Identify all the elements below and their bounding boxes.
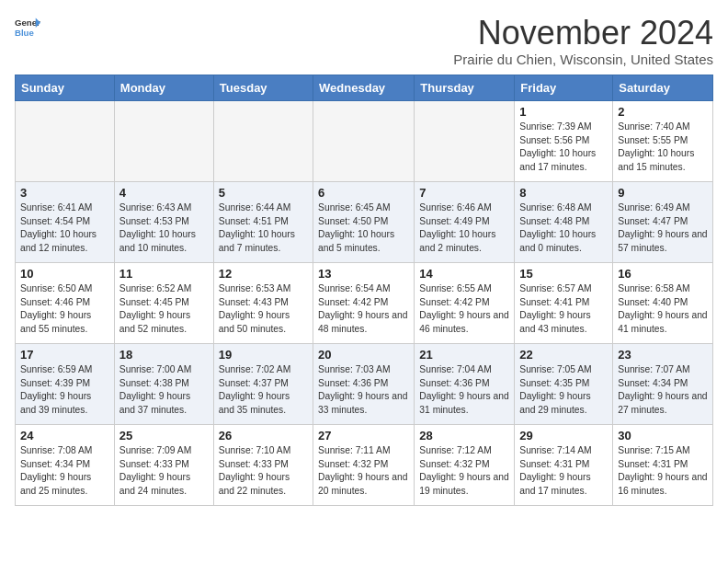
table-row: 12Sunrise: 6:53 AM Sunset: 4:43 PM Dayli… xyxy=(213,262,313,343)
day-info: Sunrise: 7:15 AM Sunset: 4:31 PM Dayligh… xyxy=(618,444,708,500)
day-number: 3 xyxy=(20,186,109,200)
calendar-week-row: 10Sunrise: 6:50 AM Sunset: 4:46 PM Dayli… xyxy=(16,262,713,343)
table-row: 26Sunrise: 7:10 AM Sunset: 4:33 PM Dayli… xyxy=(213,424,313,505)
page-header: General Blue November 2024 Prairie du Ch… xyxy=(15,15,713,67)
day-number: 2 xyxy=(618,105,708,119)
day-info: Sunrise: 6:43 AM Sunset: 4:53 PM Dayligh… xyxy=(119,201,209,257)
svg-text:Blue: Blue xyxy=(15,28,34,38)
day-info: Sunrise: 6:58 AM Sunset: 4:40 PM Dayligh… xyxy=(618,282,708,338)
day-number: 12 xyxy=(219,267,308,281)
day-info: Sunrise: 7:04 AM Sunset: 4:36 PM Dayligh… xyxy=(419,363,509,419)
table-row: 22Sunrise: 7:05 AM Sunset: 4:35 PM Dayli… xyxy=(515,343,613,424)
table-row: 20Sunrise: 7:03 AM Sunset: 4:36 PM Dayli… xyxy=(313,343,415,424)
day-number: 21 xyxy=(419,348,509,362)
table-row: 27Sunrise: 7:11 AM Sunset: 4:32 PM Dayli… xyxy=(313,424,415,505)
calendar-header-row: Sunday Monday Tuesday Wednesday Thursday… xyxy=(16,75,713,100)
col-friday: Friday xyxy=(515,75,613,100)
day-number: 4 xyxy=(119,186,209,200)
day-number: 23 xyxy=(618,348,708,362)
table-row xyxy=(213,100,313,181)
day-number: 8 xyxy=(519,186,608,200)
table-row: 14Sunrise: 6:55 AM Sunset: 4:42 PM Dayli… xyxy=(415,262,515,343)
table-row: 8Sunrise: 6:48 AM Sunset: 4:48 PM Daylig… xyxy=(515,181,613,262)
day-number: 20 xyxy=(318,348,409,362)
day-number: 29 xyxy=(519,429,608,442)
day-info: Sunrise: 6:45 AM Sunset: 4:50 PM Dayligh… xyxy=(318,201,409,257)
day-number: 30 xyxy=(618,429,708,442)
day-number: 19 xyxy=(219,348,308,362)
day-number: 25 xyxy=(119,429,209,442)
day-info: Sunrise: 6:52 AM Sunset: 4:45 PM Dayligh… xyxy=(119,282,209,338)
day-info: Sunrise: 6:49 AM Sunset: 4:47 PM Dayligh… xyxy=(618,201,708,257)
table-row: 4Sunrise: 6:43 AM Sunset: 4:53 PM Daylig… xyxy=(114,181,213,262)
title-area: November 2024 Prairie du Chien, Wisconsi… xyxy=(453,15,713,67)
day-info: Sunrise: 7:02 AM Sunset: 4:37 PM Dayligh… xyxy=(219,363,308,419)
day-info: Sunrise: 7:07 AM Sunset: 4:34 PM Dayligh… xyxy=(618,363,708,419)
day-number: 22 xyxy=(519,348,608,362)
col-wednesday: Wednesday xyxy=(313,75,415,100)
calendar-week-row: 17Sunrise: 6:59 AM Sunset: 4:39 PM Dayli… xyxy=(16,343,713,424)
table-row: 23Sunrise: 7:07 AM Sunset: 4:34 PM Dayli… xyxy=(613,343,713,424)
table-row: 30Sunrise: 7:15 AM Sunset: 4:31 PM Dayli… xyxy=(613,424,713,505)
table-row: 24Sunrise: 7:08 AM Sunset: 4:34 PM Dayli… xyxy=(16,424,115,505)
calendar-table: Sunday Monday Tuesday Wednesday Thursday… xyxy=(15,75,713,506)
day-info: Sunrise: 7:11 AM Sunset: 4:32 PM Dayligh… xyxy=(318,444,409,500)
day-number: 28 xyxy=(419,429,509,442)
logo: General Blue xyxy=(15,15,40,40)
day-number: 13 xyxy=(318,267,409,281)
table-row: 19Sunrise: 7:02 AM Sunset: 4:37 PM Dayli… xyxy=(213,343,313,424)
table-row: 3Sunrise: 6:41 AM Sunset: 4:54 PM Daylig… xyxy=(16,181,115,262)
location-subtitle: Prairie du Chien, Wisconsin, United Stat… xyxy=(453,52,713,67)
day-number: 26 xyxy=(219,429,308,442)
day-number: 5 xyxy=(219,186,308,200)
day-number: 6 xyxy=(318,186,409,200)
day-number: 18 xyxy=(119,348,209,362)
day-number: 24 xyxy=(20,429,109,442)
day-info: Sunrise: 7:05 AM Sunset: 4:35 PM Dayligh… xyxy=(519,363,608,419)
day-number: 7 xyxy=(419,186,509,200)
table-row: 5Sunrise: 6:44 AM Sunset: 4:51 PM Daylig… xyxy=(213,181,313,262)
table-row: 25Sunrise: 7:09 AM Sunset: 4:33 PM Dayli… xyxy=(114,424,213,505)
table-row: 6Sunrise: 6:45 AM Sunset: 4:50 PM Daylig… xyxy=(313,181,415,262)
table-row: 15Sunrise: 6:57 AM Sunset: 4:41 PM Dayli… xyxy=(515,262,613,343)
table-row: 18Sunrise: 7:00 AM Sunset: 4:38 PM Dayli… xyxy=(114,343,213,424)
table-row: 2Sunrise: 7:40 AM Sunset: 5:55 PM Daylig… xyxy=(613,100,713,181)
day-info: Sunrise: 6:50 AM Sunset: 4:46 PM Dayligh… xyxy=(20,282,109,338)
table-row: 13Sunrise: 6:54 AM Sunset: 4:42 PM Dayli… xyxy=(313,262,415,343)
day-info: Sunrise: 7:40 AM Sunset: 5:55 PM Dayligh… xyxy=(618,121,708,176)
day-info: Sunrise: 7:03 AM Sunset: 4:36 PM Dayligh… xyxy=(318,363,409,419)
logo-icon: General Blue xyxy=(15,15,40,40)
table-row: 9Sunrise: 6:49 AM Sunset: 4:47 PM Daylig… xyxy=(613,181,713,262)
day-number: 11 xyxy=(119,267,209,281)
col-sunday: Sunday xyxy=(16,75,115,100)
col-tuesday: Tuesday xyxy=(213,75,313,100)
table-row xyxy=(415,100,515,181)
calendar-week-row: 24Sunrise: 7:08 AM Sunset: 4:34 PM Dayli… xyxy=(16,424,713,505)
day-info: Sunrise: 6:44 AM Sunset: 4:51 PM Dayligh… xyxy=(219,201,308,257)
day-number: 1 xyxy=(519,105,608,119)
table-row: 16Sunrise: 6:58 AM Sunset: 4:40 PM Dayli… xyxy=(613,262,713,343)
table-row: 7Sunrise: 6:46 AM Sunset: 4:49 PM Daylig… xyxy=(415,181,515,262)
table-row xyxy=(16,100,115,181)
day-info: Sunrise: 7:10 AM Sunset: 4:33 PM Dayligh… xyxy=(219,444,308,500)
table-row: 21Sunrise: 7:04 AM Sunset: 4:36 PM Dayli… xyxy=(415,343,515,424)
table-row: 17Sunrise: 6:59 AM Sunset: 4:39 PM Dayli… xyxy=(16,343,115,424)
day-info: Sunrise: 6:59 AM Sunset: 4:39 PM Dayligh… xyxy=(20,363,109,419)
day-number: 27 xyxy=(318,429,409,442)
day-info: Sunrise: 7:08 AM Sunset: 4:34 PM Dayligh… xyxy=(20,444,109,500)
day-info: Sunrise: 6:54 AM Sunset: 4:42 PM Dayligh… xyxy=(318,282,409,338)
table-row: 11Sunrise: 6:52 AM Sunset: 4:45 PM Dayli… xyxy=(114,262,213,343)
calendar-week-row: 1Sunrise: 7:39 AM Sunset: 5:56 PM Daylig… xyxy=(16,100,713,181)
day-info: Sunrise: 6:41 AM Sunset: 4:54 PM Dayligh… xyxy=(20,201,109,257)
day-number: 14 xyxy=(419,267,509,281)
table-row: 1Sunrise: 7:39 AM Sunset: 5:56 PM Daylig… xyxy=(515,100,613,181)
day-number: 15 xyxy=(519,267,608,281)
day-info: Sunrise: 6:57 AM Sunset: 4:41 PM Dayligh… xyxy=(519,282,608,338)
day-info: Sunrise: 6:55 AM Sunset: 4:42 PM Dayligh… xyxy=(419,282,509,338)
day-info: Sunrise: 7:12 AM Sunset: 4:32 PM Dayligh… xyxy=(419,444,509,500)
col-saturday: Saturday xyxy=(613,75,713,100)
table-row: 28Sunrise: 7:12 AM Sunset: 4:32 PM Dayli… xyxy=(415,424,515,505)
table-row: 29Sunrise: 7:14 AM Sunset: 4:31 PM Dayli… xyxy=(515,424,613,505)
table-row: 10Sunrise: 6:50 AM Sunset: 4:46 PM Dayli… xyxy=(16,262,115,343)
day-info: Sunrise: 6:46 AM Sunset: 4:49 PM Dayligh… xyxy=(419,201,509,257)
